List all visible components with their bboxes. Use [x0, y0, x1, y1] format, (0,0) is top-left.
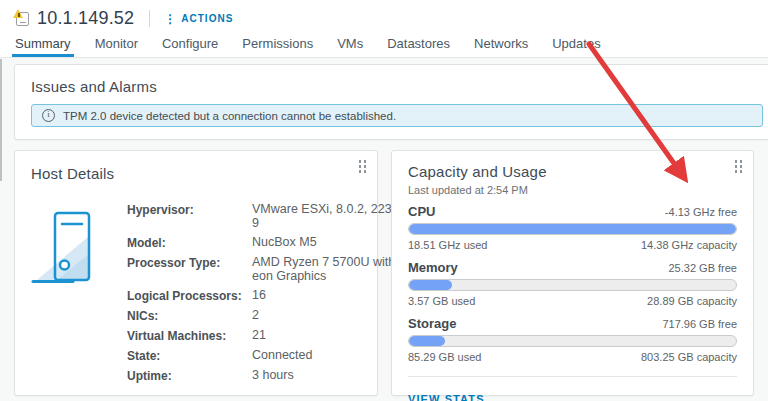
issues-card-title: Issues and Alarms [31, 78, 761, 95]
cpu-usage-bar [408, 223, 737, 235]
field-model: Model: NucBox M5 [127, 235, 424, 250]
memory-usage-bar-fill [409, 280, 452, 290]
capacity-card-title: Capacity and Usage [408, 163, 737, 180]
field-label: Hypervisor: [127, 202, 252, 230]
capacity-usage-card: Capacity and Usage Last updated at 2:54 … [391, 150, 754, 396]
tab-permissions[interactable]: Permissions [241, 36, 314, 57]
view-stats-link[interactable]: VIEW STATS [408, 393, 485, 401]
field-label: Virtual Machines: [127, 328, 252, 343]
field-label: NICs: [127, 308, 252, 323]
info-icon [42, 109, 55, 122]
actions-button[interactable]: ⋮ ACTIONS [164, 13, 233, 24]
drag-handle-icon[interactable] [735, 160, 743, 173]
field-processor-type: Processor Type: AMD Ryzen 7 5700U with R… [127, 255, 424, 283]
field-state: State: Connected [127, 348, 424, 363]
tab-updates[interactable]: Updates [551, 36, 601, 57]
tab-networks[interactable]: Networks [473, 36, 529, 57]
host-warning-icon [14, 11, 30, 27]
storage-free-value: 717.96 GB free [662, 318, 737, 330]
field-label: Uptime: [127, 368, 252, 383]
storage-meter: Storage 717.96 GB free 85.29 GB used 803… [408, 316, 737, 363]
field-hypervisor: Hypervisor: VMware ESXi, 8.0.2, 22380479 [127, 202, 424, 230]
tab-bar: Summary Monitor Configure Permissions VM… [0, 37, 768, 58]
cpu-used-value: 18.51 GHz used [408, 239, 488, 251]
memory-free-value: 25.32 GB free [669, 262, 738, 274]
storage-used-value: 85.29 GB used [408, 351, 481, 363]
alert-text: TPM 2.0 device detected but a connection… [63, 110, 396, 122]
actions-button-label: ACTIONS [181, 13, 233, 24]
field-label: Model: [127, 235, 252, 250]
left-scrollbar-sliver[interactable] [0, 59, 2, 181]
field-logical-processors: Logical Processors: 16 [127, 288, 424, 303]
field-virtual-machines: Virtual Machines: 21 [127, 328, 424, 343]
tab-summary[interactable]: Summary [14, 36, 72, 57]
host-summary-page: 10.1.149.52 ⋮ ACTIONS Summary Monitor Co… [0, 0, 768, 401]
memory-usage-bar [408, 279, 737, 291]
cpu-usage-bar-fill [409, 224, 736, 234]
drag-handle-icon[interactable] [359, 160, 367, 173]
host-details-card: Host Details [14, 150, 378, 396]
tab-configure[interactable]: Configure [161, 36, 219, 57]
host-details-title: Host Details [31, 165, 361, 182]
object-header: 10.1.149.52 ⋮ ACTIONS [0, 0, 768, 37]
field-uptime: Uptime: 3 hours [127, 368, 424, 383]
header-divider [149, 10, 150, 27]
tab-datastores[interactable]: Datastores [386, 36, 451, 57]
summary-content: Issues and Alarms TPM 2.0 device detecte… [0, 58, 768, 401]
host-tower-icon [31, 202, 127, 388]
memory-capacity-value: 28.89 GB capacity [647, 295, 737, 307]
host-details-fields: Hypervisor: VMware ESXi, 8.0.2, 22380479… [127, 202, 424, 388]
memory-meter: Memory 25.32 GB free 3.57 GB used 28.89 … [408, 260, 737, 307]
tpm-alert-banner[interactable]: TPM 2.0 device detected but a connection… [31, 104, 763, 127]
last-updated-text: Last updated at 2:54 PM [408, 184, 737, 196]
cpu-free-value: -4.13 GHz free [665, 206, 737, 218]
field-label: Logical Processors: [127, 288, 252, 303]
memory-used-value: 3.57 GB used [408, 295, 475, 307]
kebab-menu-icon: ⋮ [164, 14, 176, 24]
field-label: State: [127, 348, 252, 363]
memory-label: Memory [408, 260, 458, 275]
cpu-label: CPU [408, 204, 435, 219]
page-title: 10.1.149.52 [37, 8, 134, 29]
storage-capacity-value: 803.25 GB capacity [641, 351, 737, 363]
tab-monitor[interactable]: Monitor [94, 36, 139, 57]
storage-usage-bar-fill [409, 336, 445, 346]
cpu-capacity-value: 14.38 GHz capacity [641, 239, 737, 251]
issues-and-alarms-card: Issues and Alarms TPM 2.0 device detecte… [14, 64, 768, 140]
field-label: Processor Type: [127, 255, 252, 283]
storage-usage-bar [408, 335, 737, 347]
tab-vms[interactable]: VMs [336, 36, 364, 57]
cpu-meter: CPU -4.13 GHz free 18.51 GHz used 14.38 … [408, 204, 737, 251]
field-nics: NICs: 2 [127, 308, 424, 323]
storage-label: Storage [408, 316, 456, 331]
